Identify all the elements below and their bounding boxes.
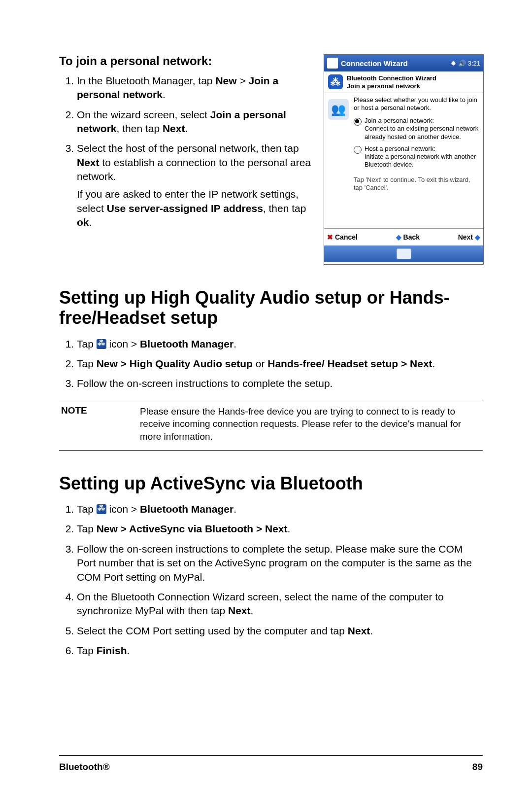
note-text: Please ensure the Hands-free device you … [140, 405, 483, 443]
start-flag-icon: ⊞ [327, 58, 338, 69]
s2-step2: Tap New > High Quality Audio setup or Ha… [77, 357, 483, 371]
left-text-column: To join a personal network: In the Bluet… [59, 54, 313, 265]
scr-header-text: Bluetooth Connection Wizard Join a perso… [347, 74, 436, 91]
s1-step1: In the Bluetooth Manager, tap New > Join… [77, 74, 313, 102]
keyboard-icon[interactable] [397, 248, 411, 259]
s3-step4: On the Bluetooth Connection Wizard scree… [77, 590, 483, 618]
screenshot-column: ⊞ Connection Wizard ✸ 🔊 3:21 ⁂ Bluetooth… [324, 54, 483, 265]
scr-time: 3:21 [468, 60, 480, 67]
section3-list: Tap ⁂ icon > Bluetooth Manager. Tap New … [59, 502, 483, 658]
note-label: NOTE [59, 405, 120, 443]
section1-list: In the Bluetooth Manager, tap New > Join… [59, 74, 313, 229]
back-button[interactable]: ◆Back [396, 233, 420, 241]
scr-title-text: Connection Wizard [341, 59, 448, 68]
wizard-screenshot: ⊞ Connection Wizard ✸ 🔊 3:21 ⁂ Bluetooth… [324, 54, 484, 265]
bluetooth-inline-icon: ⁂ [97, 339, 106, 349]
cancel-button[interactable]: ✖Cancel [327, 233, 358, 241]
arrow-left-icon: ◆ [396, 233, 401, 241]
page-footer: Bluetooth® 89 [59, 755, 483, 772]
top-two-column: To join a personal network: In the Bluet… [59, 54, 483, 265]
bluetooth-badge-icon: ⁂ [328, 74, 343, 89]
s1-step2: On the wizard screen, select Join a pers… [77, 108, 313, 136]
scr-tray: ✸ 🔊 3:21 [451, 60, 480, 67]
s3-step3: Follow the on-screen instructions to com… [77, 542, 483, 584]
scr-body: 👥 Please select whether you would like t… [324, 93, 483, 228]
section1-heading: To join a personal network: [59, 54, 313, 68]
scr-hint: Tap 'Next' to continue. To exit this wiz… [354, 176, 479, 192]
people-icon: 👥 [328, 99, 349, 120]
footer-chapter: Bluetooth® [59, 762, 110, 772]
note-block: NOTE Please ensure the Hands-free device… [59, 400, 483, 451]
scr-option-host[interactable]: Host a personal network: Initiate a pers… [354, 145, 479, 169]
arrow-right-icon: ◆ [475, 233, 480, 241]
speaker-icon: 🔊 [458, 60, 466, 67]
cancel-x-icon: ✖ [327, 233, 333, 241]
section2-heading: Setting up High Quality Audio setup or H… [59, 287, 483, 328]
scr-people-icon-col: 👥 [328, 96, 350, 225]
radio-unselected-icon[interactable] [354, 146, 362, 154]
scr-titlebar: ⊞ Connection Wizard ✸ 🔊 3:21 [324, 55, 483, 71]
scr-body-main: Please select whether you would like to … [354, 96, 479, 225]
footer-page-number: 89 [472, 762, 483, 772]
scr-bottom-bar [324, 245, 483, 262]
scr-option-join[interactable]: Join a personal network: Connect to an e… [354, 117, 479, 141]
scr-button-bar: ✖Cancel ◆Back Next◆ [324, 228, 483, 245]
s2-step3: Follow the on-screen instructions to com… [77, 377, 483, 390]
scr-header: ⁂ Bluetooth Connection Wizard Join a per… [324, 71, 483, 93]
section2-list: Tap ⁂ icon > Bluetooth Manager. Tap New … [59, 337, 483, 391]
s1-step3-extra: If you are asked to enter the IP network… [77, 187, 313, 229]
section3-heading: Setting up ActiveSync via Bluetooth [59, 473, 483, 493]
scr-prompt: Please select whether you would like to … [354, 96, 479, 112]
s3-step2: Tap New > ActiveSync via Bluetooth > Nex… [77, 522, 483, 536]
s1-step3: Select the host of the personal network,… [77, 141, 313, 229]
document-page: To join a personal network: In the Bluet… [0, 0, 532, 802]
s2-step1: Tap ⁂ icon > Bluetooth Manager. [77, 337, 483, 351]
next-button[interactable]: Next◆ [458, 233, 480, 241]
signal-icon: ✸ [451, 60, 456, 67]
bluetooth-inline-icon: ⁂ [97, 504, 106, 514]
s3-step5: Select the COM Port setting used by the … [77, 624, 483, 638]
s3-step6: Tap Finish. [77, 644, 483, 658]
s3-step1: Tap ⁂ icon > Bluetooth Manager. [77, 502, 483, 516]
radio-selected-icon[interactable] [354, 118, 362, 126]
